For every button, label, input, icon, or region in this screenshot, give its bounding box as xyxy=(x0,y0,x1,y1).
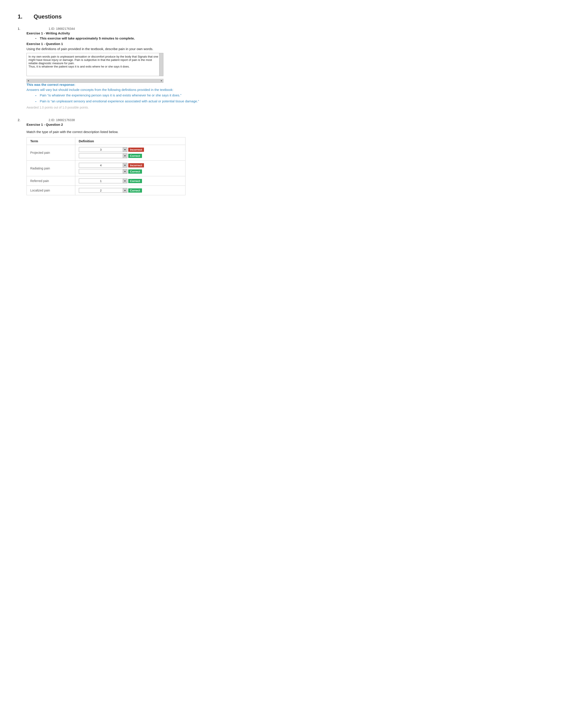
question-1-text: Using the definitions of pain provided i… xyxy=(26,47,203,51)
select-box-2[interactable]: 1 xyxy=(79,178,123,183)
question-2-id: 2.ID: 18682176338 xyxy=(49,118,75,122)
select-box-selected-0[interactable]: 3 xyxy=(79,147,123,152)
textarea-scrollbar[interactable] xyxy=(159,53,163,76)
table-row: Localized pain2▼Correct xyxy=(27,186,185,195)
dropdown-arrow-correct-1[interactable]: ▼ xyxy=(123,169,127,174)
dropdown-row-correct-0: ▼Correct xyxy=(79,153,182,158)
dropdown-arrow-2[interactable]: ▼ xyxy=(123,178,127,183)
question-1-id: 1.ID: 18682176344 xyxy=(49,27,75,30)
table-row: Radiating pain4▼Incorrect▼Correct xyxy=(27,161,185,176)
exercise-1-subtitle: Exercise 1 - Question 1 xyxy=(26,42,203,46)
term-cell-1: Radiating pain xyxy=(27,161,75,176)
question-2-outer-num: 2. xyxy=(18,118,26,122)
dropdown-row-selected-0: 3▼Incorrect xyxy=(79,147,182,152)
definition-cell-0: 3▼Incorrect▼Correct xyxy=(75,145,185,161)
badge-correct-1: Correct xyxy=(128,169,142,174)
dropdown-row-2: 1▼Correct xyxy=(79,178,182,183)
dropdown-wrapper-correct-1: ▼ xyxy=(79,169,127,174)
match-table: Term Definition Projected pain3▼Incorrec… xyxy=(26,137,185,195)
term-cell-2: Referred pain xyxy=(27,176,75,186)
correct-response-header: This was the correct response: xyxy=(26,83,203,86)
select-box-selected-1[interactable]: 4 xyxy=(79,163,123,168)
question-1-block: 1. 1.ID: 18682176344 Exercise 1 - Writin… xyxy=(18,27,203,109)
exercise-1-title: Exercise 1 - Writing Activity xyxy=(26,31,203,35)
hscroll-right-arrow: ► xyxy=(160,79,163,82)
badge-incorrect-0: Incorrect xyxy=(128,148,144,152)
definition-cell-2: 1▼Correct xyxy=(75,176,185,186)
badge-correct-2: Correct xyxy=(128,179,142,183)
exercise-1-bullet: This exercise will take approximately 5 … xyxy=(35,36,203,40)
dropdown-wrapper-correct-0: ▼ xyxy=(79,153,127,158)
select-val-0: 3 xyxy=(80,148,121,151)
term-cell-0: Projected pain xyxy=(27,145,75,161)
dropdown-wrapper-selected-1: 4▼ xyxy=(79,163,127,168)
dropdown-arrow-selected-0[interactable]: ▼ xyxy=(123,147,127,152)
answer-textarea[interactable] xyxy=(27,53,163,75)
dropdown-wrapper-selected-0: 3▼ xyxy=(79,147,127,152)
correct-bullet-2-text: Pain is “an unpleasant sensory and emoti… xyxy=(40,99,199,103)
correct-response-intro: Answers will vary but should include con… xyxy=(26,88,203,92)
dropdown-wrapper-3: 2▼ xyxy=(79,188,127,193)
badge-correct-3: Correct xyxy=(128,188,142,193)
correct-bullet-1-text: Pain “is whatever the experiencing perso… xyxy=(40,93,181,97)
textarea-hscrollbar[interactable]: ◄ ► xyxy=(26,79,163,83)
definition-cell-1: 4▼Incorrect▼Correct xyxy=(75,161,185,176)
table-header-def: Definition xyxy=(75,137,185,145)
question-2-number-row: 2. 2.ID: 18682176338 xyxy=(18,118,203,122)
page-title: 1. Questions xyxy=(18,13,203,20)
table-header-term: Term xyxy=(27,137,75,145)
definition-cell-3: 2▼Correct xyxy=(75,186,185,195)
select-box-correct-0[interactable] xyxy=(79,153,123,158)
dropdown-arrow-selected-1[interactable]: ▼ xyxy=(123,163,127,168)
correct-bullet-1: Pain “is whatever the experiencing perso… xyxy=(35,93,203,97)
dropdown-row-3: 2▼Correct xyxy=(79,188,182,193)
dropdown-row-correct-1: ▼Correct xyxy=(79,169,182,174)
answer-textarea-wrapper xyxy=(26,53,163,76)
badge-incorrect-1: Incorrect xyxy=(128,163,144,167)
select-box-3[interactable]: 2 xyxy=(79,188,123,193)
dropdown-wrapper-2: 1▼ xyxy=(79,178,127,183)
select-box-correct-1[interactable] xyxy=(79,169,123,174)
badge-correct-0: Correct xyxy=(128,154,142,158)
hscroll-left-arrow: ◄ xyxy=(27,79,29,82)
awarded-text: Awarded 1.0 points out of 1.0 possible p… xyxy=(26,106,203,109)
exercise-1-bullet-text: This exercise will take approximately 5 … xyxy=(40,36,135,40)
table-row: Projected pain3▼Incorrect▼Correct xyxy=(27,145,185,161)
question-1-outer-num: 1. xyxy=(18,27,26,30)
exercise-2-title: Exercise 1 - Question 2 xyxy=(26,123,203,126)
term-cell-3: Localized pain xyxy=(27,186,75,195)
dropdown-arrow-correct-0[interactable]: ▼ xyxy=(123,153,127,158)
question-1-number-row: 1. 1.ID: 18682176344 xyxy=(18,27,203,30)
question-2-block: 2. 2.ID: 18682176338 Exercise 1 - Questi… xyxy=(18,118,203,195)
dropdown-row-selected-1: 4▼Incorrect xyxy=(79,163,182,168)
question-2-text: Match the type of pain with the correct … xyxy=(26,130,203,134)
select-val-1: 4 xyxy=(80,164,121,167)
table-row: Referred pain1▼Correct xyxy=(27,176,185,186)
dropdown-arrow-3[interactable]: ▼ xyxy=(123,188,127,193)
correct-bullet-2: Pain is “an unpleasant sensory and emoti… xyxy=(35,99,203,103)
